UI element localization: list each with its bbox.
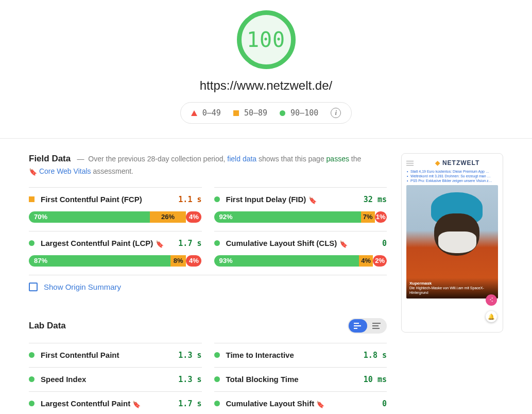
distribution-bar: 92% 7% 1%: [214, 211, 387, 223]
metric-value: 32 ms: [364, 195, 387, 204]
status-icon: [29, 196, 35, 202]
status-icon: [214, 196, 220, 202]
preview-brand: ◆ NETZWELT: [417, 159, 498, 167]
bookmark-icon: 🔖: [339, 240, 348, 248]
circle-icon: [280, 110, 285, 116]
checkbox-icon[interactable]: [29, 283, 38, 291]
lab-metric-speed-index: Speed Index 1.3 s: [29, 367, 202, 391]
bookmark-icon: 🔖: [29, 167, 37, 178]
metric-value: 1.7 s: [178, 239, 201, 248]
status-icon: [214, 376, 220, 382]
status-icon: [214, 352, 220, 358]
metric-fid: First Input Delay (FID) 🔖 32 ms 92% 7% 1…: [214, 187, 387, 231]
metric-value: 1.1 s: [178, 195, 201, 204]
bookmark-icon: 🔖: [156, 240, 164, 248]
metric-cls: Cumulative Layout Shift (CLS) 🔖 0 93% 4%…: [214, 231, 387, 275]
field-data-section: Field Data — Over the previous 28-day co…: [29, 153, 387, 178]
metric-value: 1.3 s: [178, 351, 201, 360]
compact-view-toggle[interactable]: [367, 319, 386, 333]
lab-metric-tti: Time to Interactive 1.8 s: [214, 343, 387, 367]
metric-value: 0: [382, 399, 387, 408]
lab-data-header: Lab Data: [29, 318, 387, 334]
status-icon: [214, 240, 220, 246]
preview-topbar: ◆ NETZWELT: [403, 155, 501, 169]
lab-data-title: Lab Data: [29, 321, 66, 331]
distribution-bar: 93% 4% 2%: [214, 255, 387, 267]
bookmark-icon: 🔖: [308, 196, 317, 204]
metric-fcp: First Contentful Paint (FCP) 1.1 s 70% 2…: [29, 187, 202, 231]
core-web-vitals-link[interactable]: Core Web Vitals: [39, 167, 91, 175]
status-icon: [29, 240, 35, 246]
lab-metric-tbt: Total Blocking Time 10 ms: [214, 367, 387, 391]
status-icon: [214, 401, 220, 406]
status-icon: [29, 376, 35, 382]
status-icon: [29, 401, 35, 406]
metric-value: 10 ms: [364, 375, 387, 384]
score-gauge: 100: [237, 10, 296, 69]
share-icon: ⠪: [486, 294, 497, 306]
square-icon: [233, 110, 239, 116]
legend-needs-improvement: 50–89: [233, 108, 267, 118]
metric-lcp: Largest Contentful Paint (LCP) 🔖 1.7 s 8…: [29, 231, 202, 275]
field-data-intro: — Over the previous 28-day collection pe…: [29, 155, 361, 175]
lab-metric-fcp: First Contentful Paint 1.3 s: [29, 343, 202, 367]
bell-icon: 🔔: [486, 311, 497, 322]
view-toggle: [348, 318, 387, 334]
preview-caption: Xupermask Die Hightech-Maske von Will.i.…: [406, 278, 498, 299]
metric-value: 1.7 s: [178, 399, 201, 408]
info-icon[interactable]: i: [331, 108, 341, 118]
metric-value: 0: [382, 239, 387, 248]
page-screenshot-thumbnail[interactable]: ◆ NETZWELT Statt 4,19 Euro kostenlos: Di…: [401, 153, 503, 333]
detailed-view-toggle[interactable]: [349, 319, 367, 333]
status-icon: [29, 352, 35, 358]
metric-value: 1.3 s: [178, 375, 201, 384]
preview-headline: Statt 4,19 Euro kostenlos: Diese Premium…: [403, 169, 501, 174]
lab-metric-cls: Cumulative Layout Shift 🔖 0: [214, 391, 387, 414]
triangle-icon: [191, 110, 197, 116]
field-data-link[interactable]: field data: [227, 155, 256, 163]
legend-poor: 0–49: [191, 108, 221, 118]
bars-left-icon: [354, 323, 362, 329]
hamburger-icon: [406, 159, 414, 167]
score-header: 100 https://www.netzwelt.de/ 0–49 50–89 …: [0, 0, 532, 139]
page-url: https://www.netzwelt.de/: [0, 78, 532, 93]
preview-headline: Weltrekord mit 3.281 Drohnen: So erzeugt…: [403, 174, 501, 178]
score-value: 100: [247, 28, 285, 52]
metric-value: 1.8 s: [364, 351, 387, 360]
bars-icon: [372, 323, 381, 329]
bookmark-icon: 🔖: [316, 401, 324, 408]
preview-headline: PS5 Pro: Exklusive Bilder zeigen unsere …: [403, 178, 501, 183]
distribution-bar: 70% 26% 4%: [29, 211, 202, 223]
score-legend: 0–49 50–89 90–100 i: [180, 102, 352, 124]
bookmark-icon: 🔖: [132, 401, 141, 408]
distribution-bar: 87% 8% 4%: [29, 255, 202, 267]
field-data-title: Field Data: [29, 154, 71, 163]
show-origin-summary[interactable]: Show Origin Summary: [29, 275, 387, 299]
lab-metric-lcp: Largest Contentful Paint 🔖 1.7 s: [29, 391, 202, 414]
preview-hero-image: Xupermask Die Hightech-Maske von Will.i.…: [406, 185, 498, 299]
legend-good: 90–100: [280, 108, 318, 118]
